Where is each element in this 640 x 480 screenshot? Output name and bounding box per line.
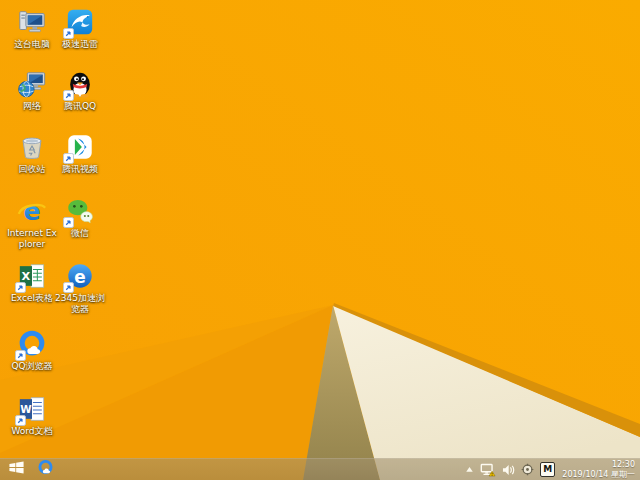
tencent-video-icon	[65, 132, 95, 162]
shortcut-arrow-icon	[15, 282, 26, 293]
windows-logo-icon	[8, 460, 25, 479]
desktop: 这台电脑 极速迅雷 网络 腾讯QQ 回收站 腾讯视频 e Internet Ex…	[0, 0, 640, 480]
desktop-icon-label: 2345加速浏览器	[54, 293, 106, 315]
shortcut-arrow-icon	[15, 350, 26, 361]
desktop-icon-internet-explorer[interactable]: e Internet Explorer	[6, 196, 58, 250]
system-tray: M	[465, 462, 555, 477]
tray-action-center-icon[interactable]	[521, 463, 534, 476]
excel-icon: X	[17, 261, 47, 291]
desktop-icon-label: 网络	[6, 101, 58, 112]
desktop-icon-label: 这台电脑	[6, 39, 58, 50]
this-pc-icon	[17, 7, 47, 37]
xunlei-icon	[65, 7, 95, 37]
desktop-icon-label: QQ浏览器	[6, 361, 58, 372]
recycle-bin-icon	[17, 132, 47, 162]
wechat-icon	[65, 196, 95, 226]
browser-2345-icon: e	[65, 261, 95, 291]
tencent-qq-icon	[65, 69, 95, 99]
internet-explorer-icon: e	[17, 196, 47, 226]
shortcut-arrow-icon	[63, 28, 74, 39]
desktop-icon-qq-browser[interactable]: QQ浏览器	[6, 329, 58, 372]
qq-browser-icon	[17, 329, 47, 359]
shortcut-arrow-icon	[63, 217, 74, 228]
desktop-icon-label: 极速迅雷	[54, 39, 106, 50]
desktop-icon-label: Word文档	[6, 426, 58, 437]
tray-volume-icon[interactable]	[502, 464, 515, 476]
desktop-icon-grid: 这台电脑 极速迅雷 网络 腾讯QQ 回收站 腾讯视频 e Internet Ex…	[6, 0, 126, 458]
desktop-icon-label: 腾讯QQ	[54, 101, 106, 112]
clock-date: 2019/10/14 星期一	[562, 470, 635, 480]
tray-hidden-icons-icon[interactable]	[465, 465, 474, 474]
clock-time: 12:30	[562, 460, 635, 470]
desktop-icon-label: 腾讯视频	[54, 164, 106, 175]
desktop-icon-label: 微信	[54, 228, 106, 239]
shortcut-arrow-icon	[15, 415, 26, 426]
shortcut-arrow-icon	[63, 153, 74, 164]
shortcut-arrow-icon	[63, 90, 74, 101]
desktop-icon-browser-2345[interactable]: e 2345加速浏览器	[54, 261, 106, 315]
desktop-icon-word[interactable]: W Word文档	[6, 394, 58, 437]
desktop-icon-tencent-qq[interactable]: 腾讯QQ	[54, 69, 106, 112]
desktop-icon-label: Excel表格	[6, 293, 58, 304]
qq-browser-icon	[37, 459, 54, 480]
shortcut-arrow-icon	[63, 282, 74, 293]
desktop-icon-excel[interactable]: X Excel表格	[6, 261, 58, 304]
desktop-icon-recycle-bin[interactable]: 回收站	[6, 132, 58, 175]
taskbar-qq-browser-button[interactable]	[32, 459, 58, 480]
word-icon: W	[17, 394, 47, 424]
desktop-icon-tencent-video[interactable]: 腾讯视频	[54, 132, 106, 175]
desktop-icon-label: 回收站	[6, 164, 58, 175]
desktop-icon-xunlei[interactable]: 极速迅雷	[54, 7, 106, 50]
ime-indicator[interactable]: M	[540, 462, 555, 477]
start-button[interactable]	[0, 459, 32, 480]
svg-text:e: e	[74, 267, 85, 287]
ime-language-label: M	[540, 462, 555, 477]
svg-text:W: W	[20, 403, 32, 415]
svg-text:e: e	[23, 197, 40, 226]
taskbar-clock[interactable]: 12:30 2019/10/14 星期一	[562, 460, 635, 480]
desktop-icon-label: Internet Explorer	[6, 228, 58, 250]
network-icon	[17, 69, 47, 99]
taskbar: M 12:30 2019/10/14 星期一	[0, 458, 640, 480]
desktop-icon-this-pc[interactable]: 这台电脑	[6, 7, 58, 50]
tray-network-warning-icon[interactable]	[480, 463, 496, 477]
desktop-icon-wechat[interactable]: 微信	[54, 196, 106, 239]
desktop-icon-network[interactable]: 网络	[6, 69, 58, 112]
